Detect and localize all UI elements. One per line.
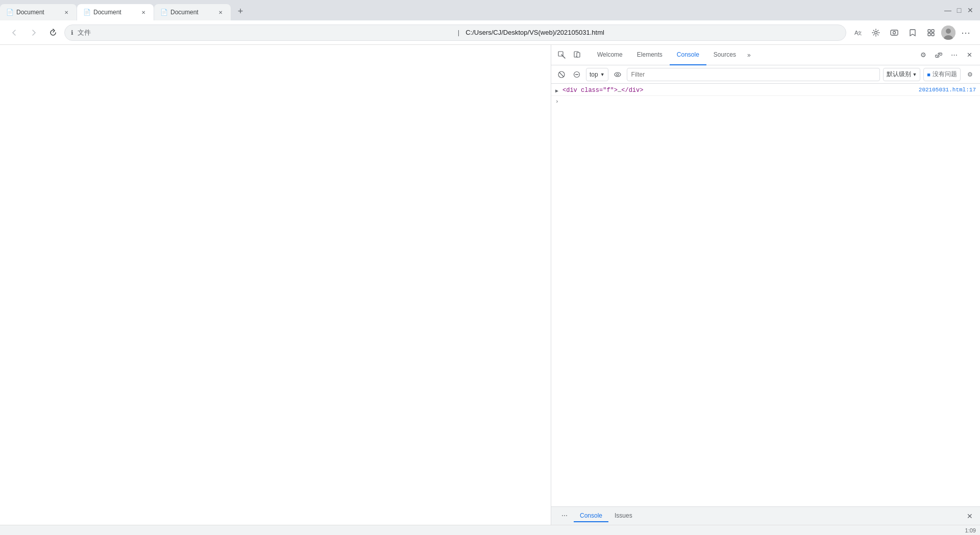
settings-button[interactable] [868, 25, 884, 41]
tab-title-1: Document [16, 9, 59, 16]
profile-button[interactable] [941, 26, 955, 40]
address-bar[interactable]: ℹ 文件 | C:/Users/CJ/Desktop/VS(web)/20210… [64, 25, 846, 41]
devtools-link-button[interactable] [932, 48, 945, 62]
tab-bar-left: 📄 Document ✕ 📄 Document ✕ 📄 Document ✕ + [0, 0, 938, 20]
devtools-panel: Welcome Elements Console Sources » [551, 45, 980, 525]
svg-point-15 [576, 56, 577, 57]
svg-point-4 [893, 31, 896, 34]
status-bar: 1:09 [0, 525, 980, 535]
browser-tab-1[interactable]: 📄 Document ✕ [0, 4, 77, 20]
log-level-label: 默认级别 [887, 70, 911, 79]
bottom-bar-tab-console[interactable]: Console [574, 510, 608, 522]
console-settings-button[interactable]: ⚙ [964, 68, 976, 81]
svg-rect-3 [891, 30, 898, 35]
devtools-actions: ⚙ ⋯ ✕ [917, 48, 976, 62]
console-stop-button[interactable] [571, 68, 583, 81]
svg-line-17 [559, 72, 564, 77]
no-issues-badge: ■ 没有问题 [923, 68, 961, 81]
browser-tab-2[interactable]: 📄 Document ✕ [77, 4, 154, 20]
console-bottom-bar: ⋯ Console Issues ✕ [551, 506, 980, 525]
svg-point-2 [875, 31, 877, 34]
reload-button[interactable] [45, 25, 61, 41]
extensions-button[interactable] [923, 25, 939, 41]
console-clear-button[interactable] [555, 68, 568, 81]
more-button[interactable]: ⋯ [958, 25, 974, 41]
svg-rect-14 [577, 53, 580, 57]
minimize-button[interactable]: — [944, 7, 951, 14]
tab-sources[interactable]: Sources [706, 45, 743, 65]
console-toolbar: top ▼ 默认级别 ▼ ■ 没有问题 ⚙ [551, 65, 980, 84]
tab-elements[interactable]: Elements [630, 45, 670, 65]
tab-icon-2: 📄 [83, 9, 90, 16]
svg-point-20 [615, 72, 621, 77]
window-close-button[interactable]: ✕ [967, 7, 974, 14]
log-level-select[interactable]: 默认级别 ▼ [883, 68, 920, 81]
nav-bar: ℹ 文件 | C:/Users/CJ/Desktop/VS(web)/20210… [0, 20, 980, 45]
no-issues-text: 没有问题 [933, 70, 957, 79]
browser-window: 📄 Document ✕ 📄 Document ✕ 📄 Document ✕ +… [0, 0, 980, 535]
bottom-bar-tabs: ⋯ Console Issues [555, 510, 960, 522]
svg-rect-5 [928, 30, 930, 32]
more-devtools-tabs-button[interactable]: » [743, 45, 755, 65]
bottom-bar-more-button[interactable]: ⋯ [555, 510, 574, 522]
tab-close-1[interactable]: ✕ [62, 8, 70, 16]
tab-welcome[interactable]: Welcome [590, 45, 630, 65]
console-caret-row[interactable]: › [551, 96, 980, 106]
maximize-button[interactable]: □ [955, 7, 963, 14]
browser-tab-3[interactable]: 📄 Document ✕ [154, 4, 231, 20]
devtools-settings-button[interactable]: ⚙ [917, 48, 930, 62]
console-eye-button[interactable] [611, 68, 624, 81]
device-mode-button[interactable] [571, 48, 584, 62]
forward-button[interactable] [26, 25, 42, 41]
devtools-close-button[interactable]: ✕ [963, 48, 976, 62]
svg-rect-7 [928, 33, 930, 36]
devtools-more-button[interactable]: ⋯ [947, 48, 961, 62]
svg-text:文: 文 [857, 31, 862, 36]
devtools-header: Welcome Elements Console Sources » [551, 45, 980, 65]
back-button[interactable] [6, 25, 22, 41]
devtools-icon-group [555, 48, 584, 62]
console-entry-link[interactable]: 202105031.html:17 [919, 87, 976, 93]
tab-title-2: Document [93, 9, 136, 16]
screenshot-button[interactable] [886, 25, 902, 41]
inspect-element-button[interactable] [555, 48, 569, 62]
no-issues-icon: ■ [927, 71, 930, 78]
tab-icon-3: 📄 [160, 9, 167, 16]
bookmark-button[interactable] [904, 25, 921, 41]
tab-bar: 📄 Document ✕ 📄 Document ✕ 📄 Document ✕ +… [0, 0, 980, 20]
log-level-dropdown-icon: ▼ [912, 72, 917, 77]
tab-console[interactable]: Console [670, 45, 706, 65]
console-caret-icon: › [555, 99, 562, 105]
svg-point-21 [617, 74, 619, 76]
console-entry-1[interactable]: ▶ <div class="f">…</div> 202105031.html:… [551, 86, 980, 96]
nav-actions: A文 ⋯ [849, 25, 974, 41]
tab-icon-1: 📄 [6, 9, 13, 16]
console-filter-input[interactable] [627, 68, 880, 81]
tab-bar-right: — □ ✕ [938, 0, 980, 20]
console-expand-icon[interactable]: ▶ [555, 88, 562, 94]
svg-rect-8 [932, 33, 934, 36]
translate-button[interactable]: A文 [849, 25, 866, 41]
tab-title-3: Document [170, 9, 213, 16]
browser-viewport [0, 45, 551, 525]
address-url: C:/Users/CJ/Desktop/VS(web)/202105031.ht… [465, 29, 840, 36]
address-lock-icon: ℹ [71, 29, 74, 36]
svg-rect-6 [932, 30, 934, 32]
context-label: top [590, 71, 598, 78]
address-prefix: 文件 [78, 28, 452, 37]
tab-close-3[interactable]: ✕ [216, 8, 225, 16]
context-dropdown-icon: ▼ [600, 72, 605, 77]
svg-point-10 [946, 29, 951, 34]
main-area: Welcome Elements Console Sources » [0, 45, 980, 525]
tab-close-2[interactable]: ✕ [139, 8, 148, 16]
console-content: ▶ <div class="f">…</div> 202105031.html:… [551, 84, 980, 506]
bottom-bar-tab-issues[interactable]: Issues [608, 510, 639, 522]
devtools-tabs: Welcome Elements Console Sources » [590, 45, 915, 65]
bottom-bar-close-button[interactable]: ✕ [964, 510, 976, 522]
status-time: 1:09 [965, 527, 976, 533]
console-context-select[interactable]: top ▼ [586, 68, 608, 81]
console-entry-text: <div class="f">…</div> [562, 87, 919, 94]
new-tab-button[interactable]: + [233, 4, 248, 18]
